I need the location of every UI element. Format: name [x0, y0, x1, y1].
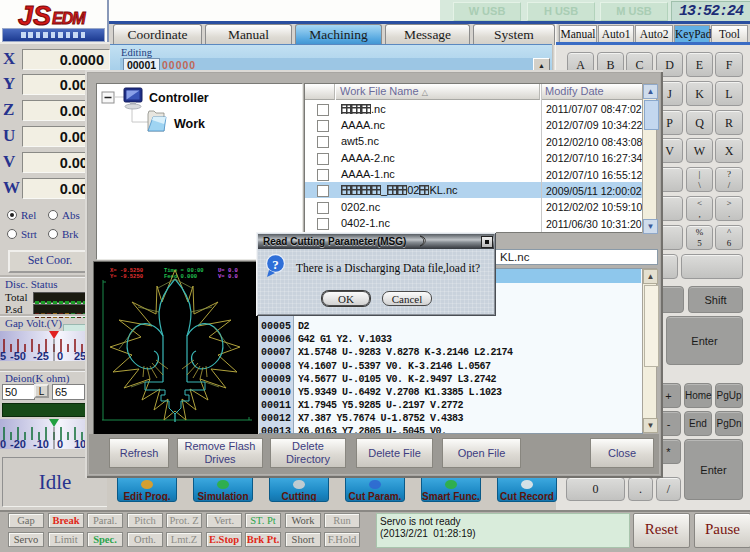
- svg-text:-50: -50: [10, 350, 26, 361]
- svg-text:-20: -20: [10, 438, 26, 449]
- svg-text:0: 0: [0, 438, 6, 449]
- svg-text:EDM: EDM: [52, 10, 86, 27]
- svg-text:Y= -9.5250: Y= -9.5250: [110, 273, 143, 280]
- svg-text:Controller: Controller: [149, 91, 209, 105]
- svg-text:-10: -10: [33, 438, 49, 449]
- svg-text:JS: JS: [18, 1, 51, 29]
- svg-text:0: 0: [57, 350, 63, 361]
- svg-text:0: 0: [57, 438, 63, 449]
- svg-text:?: ?: [272, 257, 279, 272]
- svg-text:5: 5: [0, 350, 6, 361]
- svg-text:V= 0.0: V= 0.0: [218, 273, 238, 280]
- svg-text:-25: -25: [33, 350, 49, 361]
- svg-text:Work: Work: [174, 117, 205, 131]
- svg-text:Feed 0.000: Feed 0.000: [164, 273, 197, 280]
